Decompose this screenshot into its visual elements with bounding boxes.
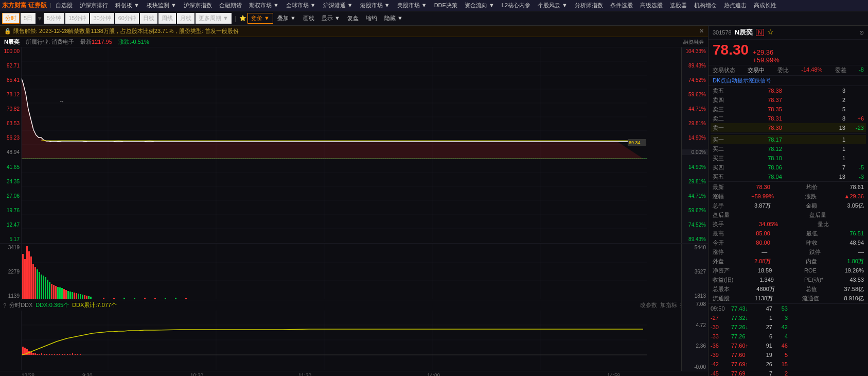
ob-bid-5-vol: 13 — [825, 174, 845, 180]
stat-inner-val: 1.80万 — [847, 258, 864, 265]
menu-us-market[interactable]: 美股市场 ▼ — [394, 0, 430, 11]
menu-shsz-rank[interactable]: 沪深京排行 — [77, 0, 111, 11]
menu-global[interactable]: 全球市场 ▼ — [283, 0, 319, 11]
svg-rect-91 — [41, 353, 42, 355]
ob-ask-2-change: +6 — [845, 115, 864, 122]
y-price-7: 56.23 — [0, 135, 21, 141]
menu-stock-selector[interactable]: 选股器 — [667, 0, 690, 11]
btn-display[interactable]: 显示 ▼ — [318, 13, 343, 23]
stat-net-label: 净资产 — [713, 267, 730, 275]
stat-floor-val: — — [858, 249, 864, 255]
svg-rect-59 — [82, 295, 83, 299]
menu-hk-market[interactable]: 港股市场 ▼ — [357, 0, 393, 11]
menu-analyst[interactable]: 分析师指数 — [572, 0, 606, 11]
ddx-help-icon[interactable]: ? — [3, 302, 6, 309]
stat-pe-val: 43.53 — [849, 277, 864, 283]
menu-condition-select[interactable]: 条件选股 — [607, 0, 636, 11]
svg-rect-100 — [64, 354, 65, 355]
x-label-6: 14:58 — [607, 373, 620, 376]
period-5day[interactable]: 5日 — [21, 13, 36, 24]
menu-growth[interactable]: 高成长性 — [751, 0, 780, 11]
latest-price-label: 最新1217.95 — [80, 38, 112, 46]
svg-rect-64 — [103, 298, 104, 299]
menu-capital-flow[interactable]: 资金流向 ▼ — [462, 0, 498, 11]
th-row-8: -45 77.69 7 2 — [708, 369, 868, 376]
menu-dde[interactable]: DDE决策 — [431, 0, 460, 11]
stat-limit: 涨停 — 跌停 — — [711, 247, 866, 257]
menu-finance-futures[interactable]: 金融期货 — [216, 0, 245, 11]
rp-expand-btn[interactable]: ⊙ — [859, 29, 864, 36]
btn-hide[interactable]: 隐藏 ▼ — [381, 13, 406, 23]
menu-stock-cloud[interactable]: 个股风云 ▼ — [535, 0, 571, 11]
ddx-change-param-btn[interactable]: 改参数 — [640, 301, 657, 309]
alert-close-btn[interactable]: ✕ — [699, 28, 704, 35]
ddx-add-indicator-btn[interactable]: 加指标 — [660, 301, 677, 309]
period-daily[interactable]: 日线 — [140, 13, 157, 24]
menu-advanced-select[interactable]: 高级选股 — [637, 0, 666, 11]
menu-hk-connect[interactable]: 沪深港通 ▼ — [320, 0, 356, 11]
rp-stock-name: N辰奕 — [735, 28, 753, 37]
svg-rect-87 — [32, 353, 34, 355]
lock-icon: 🔒 — [4, 28, 11, 35]
svg-rect-104 — [75, 354, 76, 355]
btn-contract[interactable]: 缩约 — [363, 13, 380, 23]
y-price-1: 100.00 — [0, 48, 21, 54]
menu-block-monitor[interactable]: 板块监测 ▼ — [144, 0, 180, 11]
svg-rect-55 — [74, 293, 75, 299]
stock-name-label: N辰奕 — [4, 38, 20, 46]
menu-self-select[interactable]: 自选股 — [52, 0, 76, 11]
rp-favorite-icon[interactable]: ☆ — [767, 28, 774, 36]
svg-rect-32 — [26, 246, 28, 299]
y-price-5: 70.82 — [0, 106, 21, 112]
svg-rect-60 — [84, 295, 85, 299]
menu-hot-pursuit[interactable]: 热点追击 — [721, 0, 750, 11]
stat-turnover-label: 换手 — [713, 220, 724, 228]
menu-l2[interactable]: L2核心内参 — [499, 0, 534, 11]
ob-ask-3: 卖三 78.35 5 — [711, 105, 866, 114]
period-30min[interactable]: 30分钟 — [90, 13, 114, 24]
period-weekly[interactable]: 周线 — [158, 13, 176, 24]
svg-rect-102 — [69, 354, 70, 355]
stat-open-val: 80.00 — [756, 240, 770, 246]
stat-low-val: 76.51 — [849, 230, 864, 236]
stat-pe-label: PE(动)* — [804, 276, 823, 284]
menu-shsz-index[interactable]: 沪深京指数 — [181, 0, 215, 11]
ddx-header: ? 分时DDX DDX:0.365个 DDX累计:7.077个 改参数 加指标 … — [0, 300, 708, 310]
rp-trade-status-label: 交易状态 — [713, 66, 735, 74]
th-price-3: 77.26↓ — [731, 324, 757, 330]
btn-compete-price[interactable]: 竞价 ▼ — [247, 13, 273, 24]
ob-ask-1-label: 卖一 — [713, 124, 725, 132]
btn-overlay[interactable]: 叠加 ▼ — [274, 13, 299, 23]
ob-bid-1: 买一 78.17 1 — [711, 135, 866, 144]
ob-bid-3-label: 买三 — [713, 155, 725, 162]
vol-y-3: 1813 — [682, 293, 708, 299]
svg-rect-96 — [54, 354, 55, 355]
menu-star-market[interactable]: 科创板 ▼ — [112, 0, 143, 11]
period-15min[interactable]: 15分钟 — [65, 13, 89, 24]
svg-rect-33 — [28, 251, 30, 299]
ob-bid-2-label: 买二 — [713, 145, 725, 153]
y-price-3: 85.41 — [0, 77, 21, 83]
period-60min[interactable]: 60分钟 — [115, 13, 139, 24]
period-5min[interactable]: 5分钟 — [44, 13, 64, 24]
y-pct-13: 74.52% — [682, 222, 708, 228]
ddx-chart-svg — [0, 311, 674, 370]
x-label-3: 10:30 — [190, 373, 203, 376]
x-label-4: 11:30 — [298, 373, 311, 376]
y-price-8: 48.94 — [0, 149, 21, 155]
menu-institution[interactable]: 机构增仓 — [691, 0, 720, 11]
ob-ask-4-price: 78.37 — [725, 97, 825, 103]
svg-rect-41 — [45, 277, 46, 299]
stat-open-label: 今开 — [713, 239, 724, 247]
stat-turnover-val: 34.05% — [759, 221, 778, 227]
period-monthly[interactable]: 月线 — [177, 13, 194, 24]
svg-rect-67 — [134, 298, 135, 299]
menu-options[interactable]: 期权市场 ▼ — [246, 0, 282, 11]
rp-dk-signal-row[interactable]: DK点自动提示涨跌信号 — [708, 76, 868, 86]
period-more[interactable]: 更多周期 ▼ — [196, 13, 232, 24]
btn-replay[interactable]: 复盘 — [344, 13, 362, 23]
svg-rect-46 — [55, 286, 57, 299]
y-pct-10: 29.81% — [682, 179, 708, 184]
btn-draw[interactable]: 画线 — [300, 13, 317, 23]
period-minute[interactable]: 分时 — [2, 13, 20, 24]
